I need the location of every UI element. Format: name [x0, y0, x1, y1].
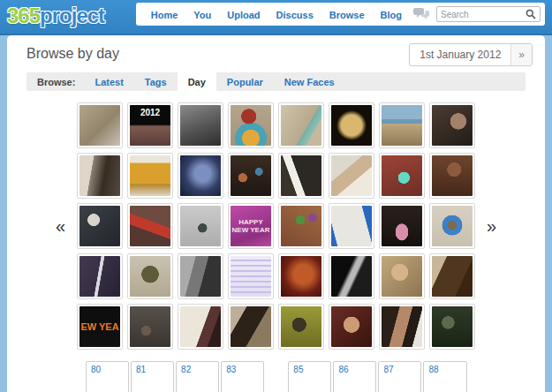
nav-upload[interactable]: Upload	[219, 10, 268, 20]
photo-thumbnail-new-year-letters-sign[interactable]: EW YEA	[77, 304, 123, 350]
photo-grid: 2012HAPPY NEW YEAREW YEA	[77, 102, 475, 350]
nav-blog[interactable]: Blog	[373, 10, 410, 20]
photo-thumbnail-playlist-screen[interactable]	[228, 253, 274, 299]
page-83[interactable]: 83	[221, 361, 264, 392]
photo-image-leather-couch-nap	[79, 206, 120, 246]
photo-thumbnail-red-toned-face[interactable]	[278, 253, 324, 299]
photo-image-scrapbook-page	[281, 105, 321, 146]
photo-image-plate-of-greens	[130, 256, 170, 297]
page-85[interactable]: 85	[288, 361, 331, 392]
photo-thumbnail-pill-bottles[interactable]	[127, 153, 173, 199]
content-panel: Browse by day 1st January 2012 » Browse:…	[7, 35, 545, 392]
photo-thumbnail-red-mug-breakfast[interactable]	[228, 102, 274, 148]
photo-thumbnail-happy-new-year-banner[interactable]: HAPPY NEW YEAR	[228, 203, 274, 249]
photo-thumbnail-webcam-yellow-girl[interactable]	[278, 304, 324, 350]
photo-image-light-streak-bw	[331, 256, 372, 297]
photo-thumbnail-sepia-girl-portrait[interactable]	[379, 253, 425, 299]
date-picker-button[interactable]: 1st January 2012 »	[409, 43, 533, 66]
photo-thumbnail-leather-couch-nap[interactable]	[77, 203, 123, 249]
tab-new-faces[interactable]: New Faces	[274, 72, 345, 91]
photo-thumbnail-couple-hug[interactable]	[429, 102, 475, 148]
photo-image-bandaged-foot	[331, 155, 372, 196]
chat-bubbles-icon[interactable]	[413, 8, 429, 20]
photo-thumbnail-dark-living-room[interactable]	[127, 304, 173, 350]
page: 365project HomeYouUploadDiscussBrowseBlo…	[0, 0, 552, 392]
page-86[interactable]: 86	[333, 361, 376, 392]
photo-thumbnail-webcam-blue-girl[interactable]	[178, 153, 223, 199]
photo-thumbnail-couple-green-tint[interactable]	[429, 304, 475, 350]
photo-thumbnail-smiling-girl-selfie[interactable]	[379, 304, 425, 350]
photo-thumbnail-child-sledding-snow[interactable]	[178, 203, 223, 249]
tab-popular[interactable]: Popular	[216, 72, 274, 91]
page-81[interactable]: 81	[131, 361, 174, 392]
photo-label: HAPPY NEW YEAR	[231, 218, 271, 234]
page-82[interactable]: 82	[176, 361, 219, 392]
photo-thumbnail-girl-striped-top[interactable]	[228, 304, 274, 350]
tab-day[interactable]: Day	[178, 72, 216, 91]
photo-image-red-toned-face	[281, 256, 321, 297]
photo-image-brown-dog-portrait	[432, 256, 473, 297]
photo-thumbnail-beach-boardwalk[interactable]	[379, 102, 425, 148]
nav-strip: HomeYouUploadDiscussBrowseBlog	[136, 3, 545, 26]
search-input[interactable]	[441, 10, 526, 19]
nav-discuss[interactable]: Discuss	[268, 10, 321, 20]
photo-thumbnail-oven-pink-bowl[interactable]	[379, 203, 425, 249]
next-day-arrow[interactable]: »	[475, 216, 508, 237]
photo-image-girl-eating-noodles	[432, 155, 473, 196]
nav-home[interactable]: Home	[143, 10, 186, 20]
photo-thumbnail-red-phone-selfie[interactable]	[127, 203, 173, 249]
pagination: « First« Prev808182838485868788Next »Las…	[7, 361, 545, 392]
tab-tags[interactable]: Tags	[134, 72, 178, 91]
photo-image-moon-portrait	[331, 105, 372, 146]
date-next-arrow-icon[interactable]: »	[510, 44, 532, 65]
photo-thumbnail-plate-of-greens[interactable]	[127, 253, 173, 299]
photo-thumbnail-aquarium-glow[interactable]	[379, 153, 425, 199]
photo-image-pill-bottles	[130, 155, 170, 196]
photo-thumbnail-2012-sparkler-collage[interactable]: 2012	[127, 102, 173, 148]
photo-thumbnail-two-girls-bw[interactable]	[178, 253, 223, 299]
site-logo[interactable]: 365project	[7, 4, 104, 28]
photo-thumbnail-girl-by-window[interactable]	[77, 153, 123, 199]
photo-thumbnail-bandaged-foot[interactable]	[329, 153, 374, 199]
nav-you[interactable]: You	[185, 10, 219, 20]
page-88[interactable]: 88	[423, 361, 466, 392]
photo-thumbnail-girl-eating-noodles[interactable]	[429, 153, 475, 199]
photo-image-white-teddy-bear	[180, 306, 221, 347]
photo-image-two-girls-bw	[180, 256, 221, 297]
prev-day-arrow[interactable]: «	[44, 216, 77, 237]
photo-image-webcam-yellow-girl	[281, 306, 321, 347]
photo-thumbnail-scrapbook-page[interactable]	[278, 102, 324, 148]
photo-image-beach-boardwalk	[382, 105, 422, 146]
photo-image-oven-pink-bowl	[382, 206, 422, 246]
grid-row: « 2012HAPPY NEW YEAREW YEA »	[7, 102, 545, 350]
photo-label: 2012	[130, 105, 170, 118]
photo-thumbnail-book-page-reading[interactable]	[329, 203, 374, 249]
page-80[interactable]: 80	[86, 361, 129, 392]
search-icon[interactable]	[526, 9, 536, 19]
photo-thumbnail-girl-with-laptop[interactable]	[278, 153, 324, 199]
photo-image-party-group	[231, 155, 271, 196]
page-87[interactable]: 87	[378, 361, 421, 392]
photo-thumbnail-dog-lying-down[interactable]	[77, 102, 123, 148]
photo-thumbnail-moon-portrait[interactable]	[329, 102, 374, 148]
nav-browse[interactable]: Browse	[321, 10, 373, 20]
tab-latest[interactable]: Latest	[84, 72, 133, 91]
photo-image-couple-hug	[432, 105, 473, 146]
photo-image-aquarium-glow	[382, 155, 422, 196]
search-box	[436, 6, 541, 22]
photo-image-playlist-screen	[231, 256, 271, 297]
photo-thumbnail-brown-dog-portrait[interactable]	[429, 253, 475, 299]
photo-image-red-mug-breakfast	[231, 105, 271, 146]
photo-image-girl-in-hat-bw	[180, 105, 221, 146]
photo-thumbnail-white-teddy-bear[interactable]	[178, 304, 223, 350]
logo-project: project	[40, 4, 104, 27]
photo-thumbnail-girl-in-hat-bw[interactable]	[178, 102, 223, 148]
photo-thumbnail-party-hats-group[interactable]	[278, 203, 324, 249]
browse-tabs: Browse: LatestTagsDayPopularNew Faces	[26, 72, 526, 91]
photo-thumbnail-blue-colander-food[interactable]	[429, 203, 475, 249]
photo-thumbnail-sneaker-dark-scene[interactable]	[77, 253, 123, 299]
photo-thumbnail-party-group[interactable]	[228, 153, 274, 199]
photo-image-sneaker-dark-scene	[79, 256, 120, 297]
photo-thumbnail-light-streak-bw[interactable]	[329, 253, 374, 299]
photo-thumbnail-laughing-baby[interactable]	[329, 304, 374, 350]
